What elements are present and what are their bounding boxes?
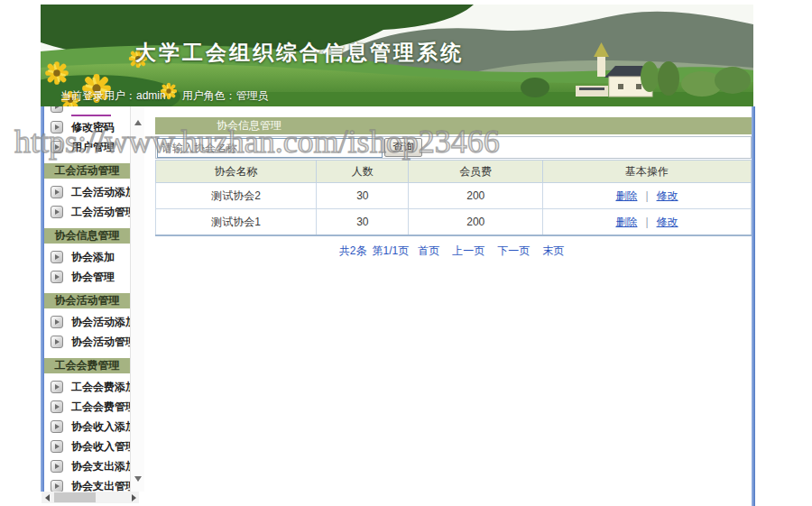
pagination: 共2条第1/1页首页上一页下一页末页 bbox=[155, 244, 752, 259]
login-user-label: 当前登录用户： bbox=[60, 89, 136, 102]
sidebar-item-union-fee-manage[interactable]: 工会会费管理 bbox=[44, 397, 130, 417]
sidebar-vertical-scrollbar[interactable] bbox=[130, 106, 144, 492]
search-button[interactable]: 查询 bbox=[384, 138, 422, 157]
cell-membership-fee: 200 bbox=[409, 183, 543, 209]
sidebar-item-union-activity-manage[interactable]: 工会活动管理 bbox=[44, 202, 130, 222]
content-title-bar: 协会信息管理 bbox=[155, 117, 752, 134]
user-status-bar: 当前登录用户：admin用户角色：管理员 bbox=[60, 88, 269, 104]
col-header-member-count: 人数 bbox=[317, 161, 409, 183]
horizontal-scrollbar-thumb[interactable] bbox=[54, 492, 96, 502]
bullet-play-icon bbox=[51, 251, 63, 263]
scroll-right-icon[interactable] bbox=[127, 492, 139, 503]
sidebar-item-association-expense-add[interactable]: 协会支出添加 bbox=[44, 456, 130, 476]
table-row: 测试协会1 30 200 删除|修改 bbox=[156, 209, 752, 236]
association-table: 协会名称 人数 会员费 基本操作 测试协会2 30 200 删除|修改 测试协会… bbox=[155, 160, 752, 236]
user-role-label: 用户角色： bbox=[182, 89, 236, 102]
sidebar-group-union-activity[interactable]: 工会活动管理 bbox=[44, 163, 130, 179]
bullet-play-icon bbox=[51, 400, 63, 413]
content-right-border bbox=[752, 106, 755, 506]
total-count: 共2条 bbox=[339, 244, 367, 257]
sidebar-group-association-activity[interactable]: 协会活动管理 bbox=[44, 293, 130, 308]
first-page-link[interactable]: 首页 bbox=[418, 244, 439, 257]
bullet-play-icon bbox=[51, 141, 63, 153]
delete-link[interactable]: 删除 bbox=[615, 189, 637, 202]
cell-member-count: 30 bbox=[317, 209, 409, 236]
cell-member-count: 30 bbox=[317, 183, 409, 209]
sidebar-item-association-manage[interactable]: 协会管理 bbox=[44, 267, 130, 287]
cell-operations: 删除|修改 bbox=[542, 209, 751, 236]
bullet-play-icon bbox=[51, 316, 63, 328]
edit-link[interactable]: 修改 bbox=[657, 189, 678, 202]
last-page-link[interactable]: 末页 bbox=[542, 244, 564, 257]
sidebar-item-association-add[interactable]: 协会添加 bbox=[44, 247, 130, 267]
bullet-play-icon bbox=[51, 420, 63, 433]
scroll-left-icon[interactable] bbox=[42, 492, 53, 503]
bullet-play-icon bbox=[51, 480, 63, 492]
action-separator: | bbox=[645, 216, 648, 228]
action-separator: | bbox=[645, 189, 648, 202]
sidebar-item-change-password[interactable]: 修改密码 bbox=[44, 117, 130, 137]
banner: 大学工会组织综合信息管理系统 当前登录用户：admin用户角色：管理员 bbox=[41, 5, 753, 106]
cell-operations: 删除|修改 bbox=[542, 183, 751, 209]
sidebar-item-union-activity-add[interactable]: 工会活动添加 bbox=[44, 182, 130, 202]
bullet-play-icon bbox=[51, 186, 63, 198]
sidebar-group-union-fee[interactable]: 工会会费管理 bbox=[44, 358, 130, 373]
sidebar-item-association-expense-manage[interactable]: 协会支出管理 bbox=[44, 476, 130, 492]
cell-association-name: 测试协会1 bbox=[156, 209, 317, 236]
edit-link[interactable]: 修改 bbox=[657, 216, 678, 228]
bullet-play-icon bbox=[51, 460, 63, 473]
login-user-value: admin bbox=[136, 89, 166, 102]
prev-page-link[interactable]: 上一页 bbox=[452, 244, 484, 257]
sidebar-item-association-income-manage[interactable]: 协会收入管理 bbox=[44, 437, 130, 456]
sidebar-item-user-management[interactable]: 用户管理 bbox=[44, 137, 130, 157]
table-row: 测试协会2 30 200 删除|修改 bbox=[156, 183, 752, 209]
table-header-row: 协会名称 人数 会员费 基本操作 bbox=[156, 161, 752, 183]
bullet-play-icon bbox=[51, 271, 63, 283]
col-header-operations: 基本操作 bbox=[542, 161, 751, 183]
sidebar-menu: 修改密码 用户管理 工会活动管理 工会活动添加 工会活动管理 协会信息管理 协会… bbox=[44, 106, 130, 492]
search-input[interactable] bbox=[157, 138, 383, 158]
col-header-association-name: 协会名称 bbox=[156, 161, 317, 183]
app-title: 大学工会组织综合信息管理系统 bbox=[135, 39, 464, 67]
scroll-up-icon[interactable] bbox=[131, 115, 145, 130]
sidebar: 修改密码 用户管理 工会活动管理 工会活动添加 工会活动管理 协会信息管理 协会… bbox=[41, 106, 144, 502]
sidebar-item-union-fee-add[interactable]: 工会会费添加 bbox=[44, 377, 130, 397]
delete-link[interactable]: 删除 bbox=[615, 216, 637, 228]
main-content: 协会信息管理 查询 协会名称 人数 会员费 基本操作 测试协会2 30 200 … bbox=[155, 117, 752, 259]
cell-membership-fee: 200 bbox=[409, 209, 543, 236]
sidebar-item-association-income-add[interactable]: 协会收入添加 bbox=[44, 417, 130, 437]
scroll-down-icon[interactable] bbox=[131, 472, 145, 486]
sidebar-item-association-activity-add[interactable]: 协会活动添加 bbox=[44, 312, 130, 332]
user-role-value: 管理员 bbox=[236, 89, 269, 102]
bullet-play-icon bbox=[51, 206, 63, 218]
bullet-play-icon bbox=[51, 381, 63, 393]
sidebar-item-association-activity-manage[interactable]: 协会活动管理 bbox=[44, 332, 130, 352]
sidebar-group-association-info[interactable]: 协会信息管理 bbox=[44, 228, 130, 244]
cell-association-name: 测试协会2 bbox=[156, 183, 317, 209]
sidebar-item-partial-visited-link[interactable] bbox=[44, 106, 130, 117]
next-page-link[interactable]: 下一页 bbox=[497, 244, 530, 257]
bullet-play-icon bbox=[51, 121, 63, 133]
bullet-play-icon bbox=[51, 336, 63, 348]
page-info: 第1/1页 bbox=[373, 244, 410, 257]
visited-link-underline bbox=[71, 106, 111, 116]
sidebar-horizontal-scrollbar[interactable] bbox=[42, 492, 139, 503]
col-header-membership-fee: 会员费 bbox=[409, 161, 543, 183]
bullet-play-icon bbox=[51, 440, 63, 453]
search-bar: 查询 bbox=[155, 136, 752, 159]
bullet-play-icon bbox=[51, 106, 63, 113]
